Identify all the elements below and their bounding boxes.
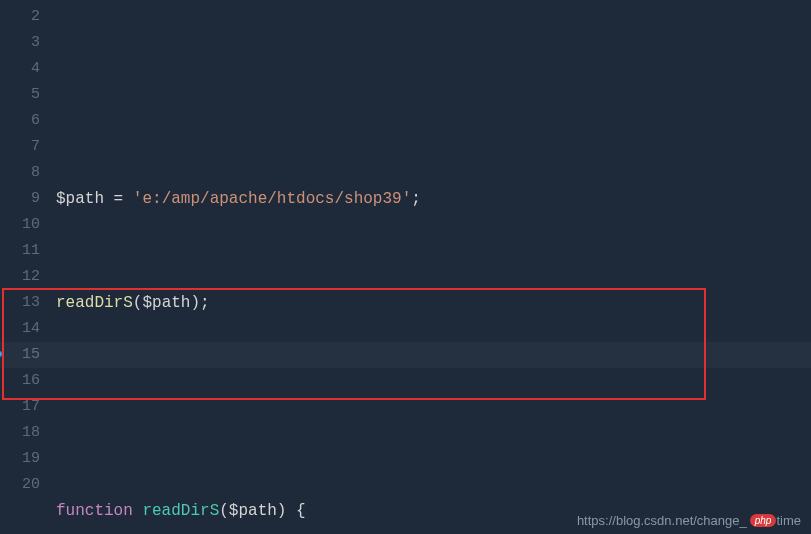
line-number: 13 xyxy=(8,290,40,316)
php-badge-icon: php xyxy=(750,514,777,527)
keyword: function xyxy=(56,502,133,520)
line-number: 4 xyxy=(8,56,40,82)
line-number: 10 xyxy=(8,212,40,238)
line-number: 19 xyxy=(8,446,40,472)
line-number: 7 xyxy=(8,134,40,160)
line-number: 18 xyxy=(8,420,40,446)
line-number: 5 xyxy=(8,82,40,108)
code-line: readDirS($path); xyxy=(56,290,811,316)
function-call: readDirS xyxy=(56,294,133,312)
line-number: 11 xyxy=(8,238,40,264)
line-number: 6 xyxy=(8,108,40,134)
function-def: readDirS xyxy=(133,502,219,520)
code-line xyxy=(56,394,811,420)
line-number: 2 xyxy=(8,4,40,30)
line-number: 17 xyxy=(8,394,40,420)
line-number: 16 xyxy=(8,368,40,394)
code-area: $path = 'e:/amp/apache/htdocs/shop39'; r… xyxy=(52,0,811,534)
line-number: 8 xyxy=(8,160,40,186)
code-editor: 234567891011121314151617181920 $path = '… xyxy=(0,0,811,534)
line-number: 14 xyxy=(8,316,40,342)
line-number: 9 xyxy=(8,186,40,212)
line-number-gutter: 234567891011121314151617181920 xyxy=(0,0,52,534)
line-number: 15 xyxy=(8,342,40,368)
code-line: $path = 'e:/amp/apache/htdocs/shop39'; xyxy=(56,186,811,212)
line-number: 3 xyxy=(8,30,40,56)
variable: $path xyxy=(56,190,104,208)
csdn-watermark: https://blog.csdn.net/change_phptime xyxy=(577,513,801,528)
current-line-highlight xyxy=(0,342,811,368)
string-literal: 'e:/amp/apache/htdocs/shop39' xyxy=(133,190,411,208)
line-number: 20 xyxy=(8,472,40,498)
line-number: 12 xyxy=(8,264,40,290)
